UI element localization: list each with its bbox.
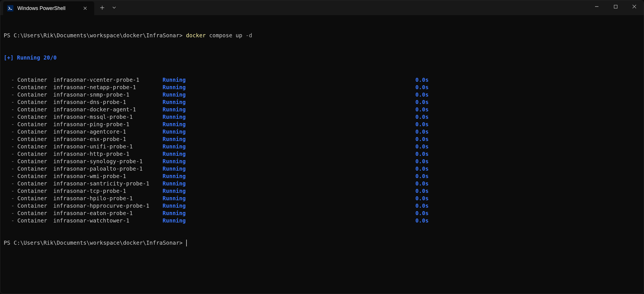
container-name: infrasonar-santricity-probe-1 (53, 180, 163, 187)
container-row: -Containerinfrasonar-docker-agent-1Runni… (4, 106, 640, 113)
container-name: infrasonar-netapp-probe-1 (53, 83, 163, 91)
container-status: Running (163, 128, 415, 135)
row-dash: - (4, 195, 17, 202)
container-status: Running (163, 143, 415, 150)
container-label: Container (17, 180, 53, 187)
plus-icon (100, 6, 104, 10)
tab-powershell[interactable]: Windows PowerShell (3, 1, 94, 15)
container-row: -Containerinfrasonar-watchtower-1Running… (4, 217, 640, 224)
container-status: Running (163, 150, 415, 158)
container-label: Container (17, 121, 53, 128)
maximize-icon (614, 5, 618, 9)
container-label: Container (17, 187, 53, 195)
svg-rect-0 (614, 5, 617, 8)
container-name: infrasonar-http-probe-1 (53, 150, 163, 158)
tab-dropdown-button[interactable] (108, 1, 120, 14)
container-time: 0.0s (415, 91, 429, 98)
container-status: Running (163, 165, 415, 172)
tab-title: Windows PowerShell (17, 5, 78, 11)
container-time: 0.0s (415, 98, 429, 106)
container-status: Running (163, 195, 415, 202)
row-dash: - (4, 150, 17, 158)
cursor (186, 240, 187, 246)
container-time: 0.0s (415, 76, 429, 83)
container-row: -Containerinfrasonar-snmp-probe-1Running… (4, 91, 640, 98)
summary-line: [+] Running 20/0 (4, 54, 640, 61)
container-status: Running (163, 135, 415, 143)
container-name: infrasonar-watchtower-1 (53, 217, 163, 224)
container-time: 0.0s (415, 121, 429, 128)
container-name: infrasonar-dns-probe-1 (53, 98, 163, 106)
container-status: Running (163, 158, 415, 165)
container-name: infrasonar-snmp-probe-1 (53, 91, 163, 98)
container-name: infrasonar-ping-probe-1 (53, 121, 163, 128)
row-dash: - (4, 83, 17, 91)
container-row: -Containerinfrasonar-esx-probe-1Running0… (4, 135, 640, 143)
container-label: Container (17, 158, 53, 165)
container-row: -Containerinfrasonar-vcenter-probe-1Runn… (4, 76, 640, 83)
container-status: Running (163, 172, 415, 180)
terminal-body[interactable]: PS C:\Users\Rik\Documents\workspace\dock… (0, 15, 644, 256)
close-window-button[interactable] (625, 0, 644, 13)
row-dash: - (4, 187, 17, 195)
powershell-icon (7, 5, 13, 11)
container-status: Running (163, 83, 415, 91)
container-name: infrasonar-mssql-probe-1 (53, 113, 163, 121)
container-label: Container (17, 202, 53, 209)
container-status: Running (163, 98, 415, 106)
row-dash: - (4, 76, 17, 83)
container-row: -Containerinfrasonar-ping-probe-1Running… (4, 121, 640, 128)
row-dash: - (4, 121, 17, 128)
close-icon (83, 7, 87, 10)
container-status: Running (163, 76, 415, 83)
container-label: Container (17, 172, 53, 180)
container-row: -Containerinfrasonar-eaton-probe-1Runnin… (4, 209, 640, 217)
row-dash: - (4, 165, 17, 172)
prompt-path: C:\Users\Rik\Documents\workspace\docker\… (14, 32, 183, 38)
container-time: 0.0s (415, 172, 429, 180)
container-status: Running (163, 91, 415, 98)
container-time: 0.0s (415, 202, 429, 209)
row-dash: - (4, 135, 17, 143)
container-row: -Containerinfrasonar-mssql-probe-1Runnin… (4, 113, 640, 121)
container-name: infrasonar-wmi-probe-1 (53, 172, 163, 180)
prompt-path: C:\Users\Rik\Documents\workspace\docker\… (14, 240, 183, 246)
container-label: Container (17, 113, 53, 121)
container-row: -Containerinfrasonar-hpprocurve-probe-1R… (4, 202, 640, 209)
container-row: -Containerinfrasonar-unifi-probe-1Runnin… (4, 143, 640, 150)
container-time: 0.0s (415, 113, 429, 121)
container-status: Running (163, 217, 415, 224)
container-status: Running (163, 202, 415, 209)
close-tab-button[interactable] (82, 5, 89, 12)
container-label: Container (17, 135, 53, 143)
container-status: Running (163, 121, 415, 128)
row-dash: - (4, 106, 17, 113)
minimize-icon (595, 5, 599, 9)
summary-prefix: [+] (4, 54, 14, 61)
container-time: 0.0s (415, 158, 429, 165)
container-name: infrasonar-eaton-probe-1 (53, 209, 163, 217)
container-list: -Containerinfrasonar-vcenter-probe-1Runn… (4, 76, 640, 224)
command-flag: -d (246, 32, 252, 39)
chevron-down-icon (112, 7, 116, 9)
container-label: Container (17, 195, 53, 202)
new-tab-button[interactable] (96, 1, 108, 14)
container-label: Container (17, 76, 53, 83)
container-row: -Containerinfrasonar-netapp-probe-1Runni… (4, 83, 640, 91)
minimize-button[interactable] (587, 0, 606, 13)
prompt-line: PS C:\Users\Rik\Documents\workspace\dock… (4, 32, 640, 39)
container-row: -Containerinfrasonar-agentcore-1Running0… (4, 128, 640, 135)
container-row: -Containerinfrasonar-synology-probe-1Run… (4, 158, 640, 165)
row-dash: - (4, 217, 17, 224)
container-label: Container (17, 150, 53, 158)
container-row: -Containerinfrasonar-santricity-probe-1R… (4, 180, 640, 187)
container-status: Running (163, 106, 415, 113)
container-time: 0.0s (415, 209, 429, 217)
row-dash: - (4, 158, 17, 165)
row-dash: - (4, 180, 17, 187)
container-time: 0.0s (415, 217, 429, 224)
container-time: 0.0s (415, 83, 429, 91)
row-dash: - (4, 91, 17, 98)
maximize-button[interactable] (606, 0, 625, 13)
row-dash: - (4, 113, 17, 121)
